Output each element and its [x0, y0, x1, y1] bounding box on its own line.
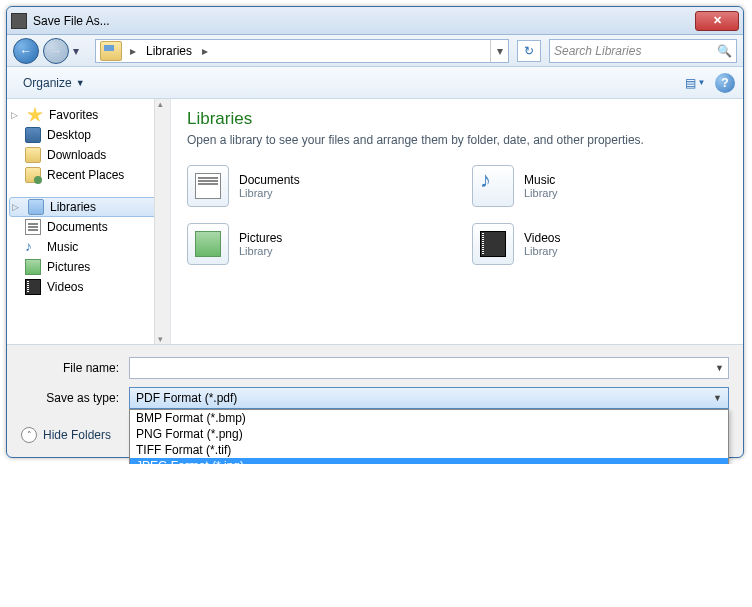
sidebar-item-music[interactable]: ♪ Music [7, 237, 170, 257]
saveastype-option[interactable]: TIFF Format (*.tif) [130, 442, 728, 458]
hide-folders-button[interactable]: ˄ Hide Folders [21, 427, 111, 443]
main-pane: Libraries Open a library to see your fil… [171, 99, 743, 344]
search-icon: 🔍 [717, 44, 732, 58]
main-description: Open a library to see your files and arr… [187, 133, 727, 147]
videos-icon [472, 223, 514, 265]
documents-icon [187, 165, 229, 207]
close-button[interactable]: ✕ [695, 11, 739, 31]
titlebar[interactable]: Save File As... ✕ [7, 7, 743, 35]
pictures-icon [187, 223, 229, 265]
dialog-body: ▷ Favorites Desktop Downloads Recent Pla… [7, 99, 743, 345]
saveastype-dropdown[interactable]: BMP Format (*.bmp)PNG Format (*.png)TIFF… [129, 409, 729, 464]
saveastype-combo[interactable]: PDF Format (*.pdf) ▼ BMP Format (*.bmp)P… [129, 387, 729, 409]
recent-icon [25, 167, 41, 183]
nav-bar: ← → ▾ ▸ Libraries ▸ ▾ ↻ Search Libraries… [7, 35, 743, 67]
music-icon: ♪ [472, 165, 514, 207]
chevron-down-icon: ▼ [698, 78, 706, 87]
documents-icon [25, 219, 41, 235]
chevron-down-icon: ▼ [713, 393, 722, 403]
folder-icon [25, 147, 41, 163]
filename-input[interactable]: ▼ [129, 357, 729, 379]
chevron-right-icon[interactable]: ▸ [126, 44, 140, 58]
breadcrumb-location[interactable]: Libraries [140, 44, 198, 58]
nav-history-dropdown[interactable]: ▾ [73, 41, 87, 61]
organize-button[interactable]: Organize ▼ [15, 72, 93, 94]
sidebar-item-documents[interactable]: Documents [7, 217, 170, 237]
sidebar-item-videos[interactable]: Videos [7, 277, 170, 297]
save-dialog: Save File As... ✕ ← → ▾ ▸ Libraries ▸ ▾ … [6, 6, 744, 458]
libraries-icon [28, 199, 44, 215]
sidebar-item-recent[interactable]: Recent Places [7, 165, 170, 185]
breadcrumb-bar[interactable]: ▸ Libraries ▸ ▾ [95, 39, 509, 63]
toolbar: Organize ▼ ▤ ▼ ? [7, 67, 743, 99]
chevron-down-icon[interactable]: ▼ [715, 363, 724, 373]
saveastype-selected: PDF Format (*.pdf) [136, 391, 237, 405]
sidebar-favorites-header[interactable]: ▷ Favorites [7, 105, 170, 125]
desktop-icon [25, 127, 41, 143]
filename-label: File name: [21, 361, 129, 375]
expand-icon: ▷ [12, 202, 22, 212]
view-options-button[interactable]: ▤ ▼ [683, 72, 707, 94]
libraries-icon [100, 41, 122, 61]
refresh-button[interactable]: ↻ [517, 40, 541, 62]
forward-button[interactable]: → [43, 38, 69, 64]
sidebar-item-downloads[interactable]: Downloads [7, 145, 170, 165]
sidebar-libraries-header[interactable]: ▷ Libraries [9, 197, 168, 217]
library-music[interactable]: ♪ Music Library [472, 165, 727, 207]
bottom-panel: File name: ▼ Save as type: PDF Format (*… [7, 345, 743, 457]
nav-sidebar: ▷ Favorites Desktop Downloads Recent Pla… [7, 99, 171, 344]
saveastype-label: Save as type: [21, 391, 129, 405]
chevron-right-icon[interactable]: ▸ [198, 44, 212, 58]
help-button[interactable]: ? [715, 73, 735, 93]
star-icon [27, 107, 43, 123]
window-title: Save File As... [33, 14, 695, 28]
sidebar-item-pictures[interactable]: Pictures [7, 257, 170, 277]
saveastype-option[interactable]: PNG Format (*.png) [130, 426, 728, 442]
app-icon [11, 13, 27, 29]
saveastype-option[interactable]: BMP Format (*.bmp) [130, 410, 728, 426]
view-icon: ▤ [685, 76, 696, 90]
pictures-icon [25, 259, 41, 275]
breadcrumb-dropdown[interactable]: ▾ [490, 40, 508, 62]
sidebar-item-desktop[interactable]: Desktop [7, 125, 170, 145]
search-placeholder: Search Libraries [554, 44, 641, 58]
library-documents[interactable]: Documents Library [187, 165, 442, 207]
saveastype-option[interactable]: JPEG Format (*.jpg) [130, 458, 728, 464]
library-pictures[interactable]: Pictures Library [187, 223, 442, 265]
expand-icon: ▷ [11, 110, 21, 120]
search-input[interactable]: Search Libraries 🔍 [549, 39, 737, 63]
chevron-up-icon: ˄ [21, 427, 37, 443]
sidebar-scrollbar[interactable] [154, 99, 170, 344]
main-heading: Libraries [187, 109, 727, 129]
music-icon: ♪ [25, 239, 41, 255]
library-videos[interactable]: Videos Library [472, 223, 727, 265]
videos-icon [25, 279, 41, 295]
back-button[interactable]: ← [13, 38, 39, 64]
chevron-down-icon: ▼ [76, 78, 85, 88]
